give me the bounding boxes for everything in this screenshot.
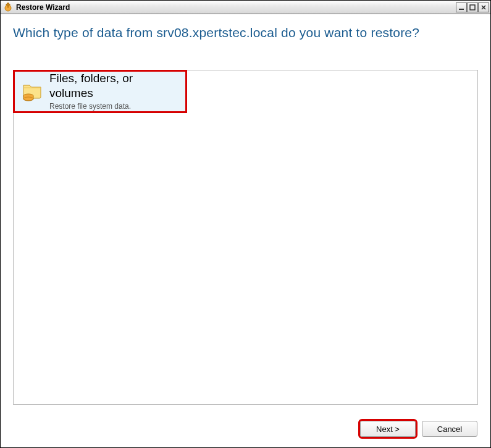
option-description: Restore file system data.: [49, 102, 179, 111]
option-files-folders-volumes[interactable]: Files, folders, or volumes Restore file …: [14, 70, 187, 112]
wizard-footer: Next > Cancel: [360, 421, 477, 437]
option-text: Files, folders, or volumes Restore file …: [49, 71, 179, 111]
page-heading: Which type of data from srv08.xpertstec.…: [13, 25, 478, 40]
app-icon: [3, 2, 13, 12]
close-button[interactable]: [478, 2, 489, 12]
cancel-button[interactable]: Cancel: [422, 421, 477, 437]
maximize-button[interactable]: [467, 2, 478, 12]
option-title: Files, folders, or volumes: [49, 71, 179, 101]
svg-rect-2: [470, 5, 475, 10]
window-controls: [456, 2, 489, 12]
next-button[interactable]: Next >: [360, 421, 416, 437]
folder-database-icon: [21, 80, 43, 103]
window-title: Restore Wizard: [16, 3, 70, 12]
minimize-button[interactable]: [456, 2, 467, 12]
svg-rect-1: [459, 9, 464, 10]
window-titlebar: Restore Wizard: [1, 1, 490, 14]
restore-type-list: Files, folders, or volumes Restore file …: [13, 70, 478, 405]
wizard-content: Which type of data from srv08.xpertstec.…: [1, 14, 490, 405]
